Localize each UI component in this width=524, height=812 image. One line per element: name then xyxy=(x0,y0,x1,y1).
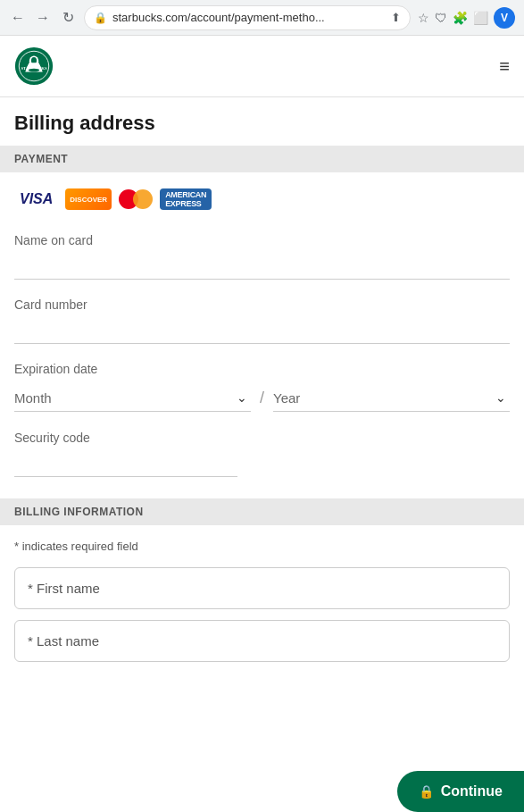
name-on-card-label: Name on card xyxy=(14,233,510,247)
expiry-row: Month 01 02 03 04 05 06 07 08 09 10 11 1… xyxy=(14,389,510,413)
lock-icon: 🔒 xyxy=(94,12,107,24)
starbucks-logo: STARBUCKS xyxy=(14,46,54,86)
year-select[interactable]: Year 2024 2025 2026 2027 2028 2029 2030 … xyxy=(273,390,510,406)
forward-button[interactable]: → xyxy=(34,9,52,27)
mastercard-logo xyxy=(119,188,153,210)
first-name-field[interactable]: * First name xyxy=(14,567,510,609)
svg-point-5 xyxy=(29,69,39,72)
card-number-input[interactable] xyxy=(14,317,510,344)
continue-button[interactable]: 🔒 Continue xyxy=(397,771,524,812)
year-select-wrapper: Year 2024 2025 2026 2027 2028 2029 2030 … xyxy=(273,390,510,412)
visa-logo: VISA xyxy=(14,187,58,212)
page-title-section: Billing address xyxy=(0,97,524,146)
browser-bar: ← → ↻ 🔒 starbucks.com/account/payment-me… xyxy=(0,0,524,36)
bottom-spacer xyxy=(14,673,510,726)
last-name-field[interactable]: * Last name xyxy=(14,620,510,662)
star-icon[interactable]: ☆ xyxy=(418,11,429,25)
card-logos: VISA DISCOVER AMERICANEXPRESS xyxy=(14,187,510,212)
continue-lock-icon: 🔒 xyxy=(419,784,434,799)
app-header: STARBUCKS ≡ xyxy=(0,36,524,97)
hamburger-menu[interactable]: ≡ xyxy=(499,56,510,77)
month-select-wrapper: Month 01 02 03 04 05 06 07 08 09 10 11 1… xyxy=(14,390,251,412)
security-code-field: Security code xyxy=(14,431,510,477)
url-text: starbucks.com/account/payment-metho... xyxy=(112,11,386,24)
billing-section: * indicates required field * First name … xyxy=(0,525,524,741)
card-number-field: Card number xyxy=(14,297,510,344)
continue-label: Continue xyxy=(441,783,503,799)
browser-icons: ☆ 🛡 🧩 ⬜ V xyxy=(418,7,515,29)
profile-avatar[interactable]: V xyxy=(494,7,515,29)
card-number-label: Card number xyxy=(14,297,510,312)
security-code-label: Security code xyxy=(14,431,510,445)
share-icon: ⬆ xyxy=(391,11,401,24)
extensions-icon[interactable]: 🧩 xyxy=(453,11,468,25)
expiration-section: Expiration date Month 01 02 03 04 05 06 … xyxy=(14,362,510,413)
slash-separator: / xyxy=(251,389,273,413)
billing-section-header: BILLING INFORMATION xyxy=(0,498,524,525)
payment-section-header: PAYMENT xyxy=(0,146,524,172)
last-name-label: * Last name xyxy=(28,633,99,649)
required-note: * indicates required field xyxy=(14,540,510,553)
first-name-label: * First name xyxy=(28,581,100,596)
mc-orange-circle xyxy=(133,189,153,209)
back-button[interactable]: ← xyxy=(9,9,27,27)
month-select[interactable]: Month 01 02 03 04 05 06 07 08 09 10 11 1… xyxy=(14,390,251,406)
discover-logo: DISCOVER xyxy=(65,188,112,210)
name-on-card-input[interactable] xyxy=(14,253,510,280)
page-title: Billing address xyxy=(14,112,510,135)
payment-section: VISA DISCOVER AMERICANEXPRESS Name on ca… xyxy=(0,172,524,498)
name-on-card-field: Name on card xyxy=(14,233,510,280)
expiration-label: Expiration date xyxy=(14,362,510,376)
address-bar[interactable]: 🔒 starbucks.com/account/payment-metho...… xyxy=(84,5,411,30)
refresh-button[interactable]: ↻ xyxy=(59,9,77,27)
shield-icon: 🛡 xyxy=(435,11,447,25)
amex-logo: AMERICANEXPRESS xyxy=(160,188,212,210)
window-icon[interactable]: ⬜ xyxy=(473,11,488,25)
security-code-input[interactable] xyxy=(14,450,237,477)
